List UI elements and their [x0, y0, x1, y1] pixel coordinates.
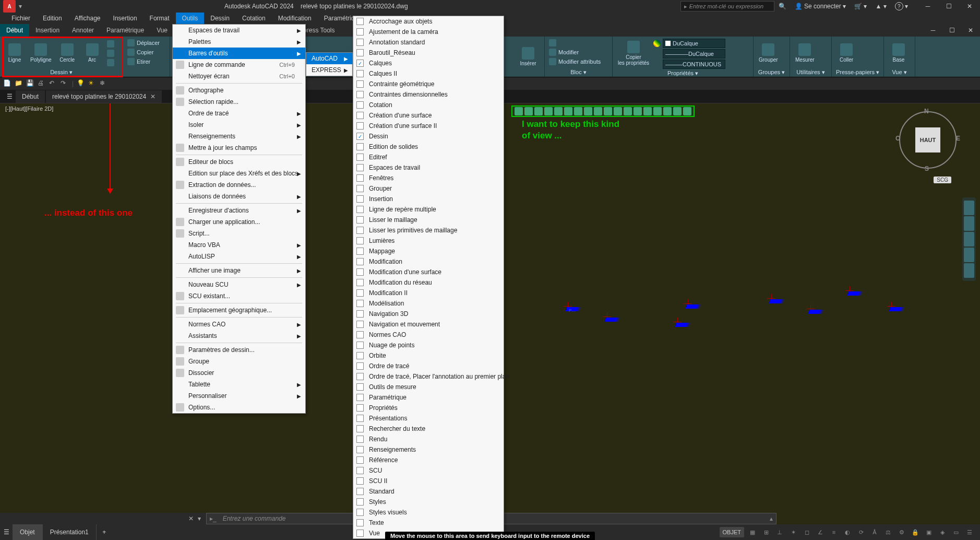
layout-menu-button[interactable]: ☰ — [0, 526, 13, 538]
tool-point-icon[interactable] — [614, 107, 622, 115]
toolbar-toggle-item[interactable]: Cotation — [353, 100, 504, 110]
menu-affichage[interactable]: Affichage — [68, 13, 107, 24]
menu-item[interactable]: Assistants▶ — [173, 330, 305, 342]
toolbar-toggle-item[interactable]: Contrainte géométrique — [353, 79, 504, 89]
toolbar-toggle-item[interactable]: Création d'une surface II — [353, 121, 504, 131]
tool-polyline-icon[interactable] — [524, 107, 533, 115]
menu-item[interactable]: Macro VBA▶ — [173, 239, 305, 251]
status-polar-icon[interactable]: ✶ — [788, 527, 798, 537]
nav-pan-icon[interactable] — [964, 216, 974, 231]
doc-tab-start[interactable]: Début — [16, 90, 45, 103]
toolbar-toggle-item[interactable]: Styles — [353, 497, 504, 507]
toolbar-toggle-item[interactable]: Paramétrique — [353, 392, 504, 403]
status-cycle-icon[interactable]: ⟳ — [856, 527, 866, 537]
status-lock-icon[interactable]: 🔒 — [910, 527, 921, 537]
menu-item[interactable]: Options... — [173, 402, 305, 413]
qa-icon[interactable]: ↶ — [49, 79, 57, 88]
toolbar-toggle-item[interactable]: Mappage — [353, 246, 504, 256]
grouper-button[interactable]: Grouper — [757, 38, 780, 68]
tool-cloud-icon[interactable] — [584, 107, 592, 115]
ribbon-tab-annoter[interactable]: Annoter — [66, 24, 100, 37]
status-lwt-icon[interactable]: ≡ — [829, 527, 839, 537]
menu-item[interactable]: Espaces de travail▶ — [173, 25, 305, 36]
toolbar-toggle-item[interactable]: Ajustement de la caméra — [353, 27, 504, 37]
cercle-button[interactable]: Cercle — [56, 38, 79, 68]
polyligne-button[interactable]: Polyligne — [28, 38, 54, 68]
tool-helix-icon[interactable] — [673, 107, 682, 115]
bloc-create-button[interactable] — [548, 39, 609, 47]
menu-outils[interactable]: Outils — [176, 13, 205, 24]
doc-tab-active[interactable]: relevé topo platines le 290102024✕ — [46, 90, 162, 103]
toolbar-toggle-item[interactable]: Ordre de tracé, Placer l'annotation au p… — [353, 371, 504, 382]
coller-button[interactable]: Coller — [835, 38, 858, 68]
menu-item[interactable]: Personnaliser▶ — [173, 390, 305, 402]
toolbar-toggle-item[interactable]: Navigation 3D — [353, 309, 504, 319]
menu-item[interactable]: Edition sur place des Xréfs et des blocs… — [173, 168, 305, 179]
toolbar-toggle-item[interactable]: Editref — [353, 152, 504, 162]
toolbar-toggle-item[interactable]: Renseignements — [353, 444, 504, 455]
menu-item[interactable]: Sélection rapide... — [173, 96, 305, 108]
menu-modification[interactable]: Modification — [272, 13, 318, 24]
toolbar-toggle-item[interactable]: Modification d'une surface — [353, 267, 504, 277]
maximize-button[interactable]: ☐ — [938, 0, 959, 13]
doc-close-button[interactable]: ✕ — [961, 24, 980, 37]
share-button[interactable]: ▲ ▾ — [871, 0, 890, 13]
toolbar-toggle-item[interactable]: Ligne de repère multiple — [353, 204, 504, 215]
toolbar-toggle-item[interactable]: Accrochage aux objets — [353, 16, 504, 27]
base-button[interactable]: Base — [887, 38, 910, 68]
menu-item[interactable]: Normes CAO▶ — [173, 319, 305, 330]
tool-hatch-icon[interactable] — [594, 107, 602, 115]
toolbar-toggle-item[interactable]: Fenêtres — [353, 173, 504, 183]
close-tab-icon[interactable]: ✕ — [150, 93, 156, 100]
deplacer-button[interactable]: Déplacer — [126, 39, 166, 47]
tool-rect-icon[interactable] — [534, 107, 543, 115]
tool-block-icon[interactable] — [624, 107, 632, 115]
menu-item[interactable]: Afficher une image▶ — [173, 265, 305, 276]
status-grid-icon[interactable]: ▦ — [747, 527, 758, 537]
menu-item[interactable]: Nouveau SCU▶ — [173, 279, 305, 290]
ligne-button[interactable]: Ligne — [3, 38, 26, 68]
color-combo[interactable]: DuCalque — [663, 39, 725, 48]
ribbon-tab-insertion[interactable]: Insertion — [29, 24, 66, 37]
menu-item[interactable]: Renseignements▶ — [173, 131, 305, 142]
viewcube-n[interactable]: N — [924, 108, 929, 115]
status-osnap-icon[interactable]: ◻ — [802, 527, 812, 537]
submenu-item[interactable]: EXPRESS▶ — [306, 64, 352, 76]
tool-text-icon[interactable] — [663, 107, 672, 115]
search-button[interactable]: 🔍 — [774, 0, 791, 13]
menu-item[interactable]: Emplacement géographique... — [173, 304, 305, 316]
add-layout-button[interactable]: + — [97, 529, 112, 536]
qa-icon[interactable]: ↷ — [61, 79, 69, 88]
menu-item[interactable]: Script... — [173, 228, 305, 239]
toolbar-toggle-item[interactable]: ✓Calques — [353, 58, 504, 68]
toolbar-toggle-item[interactable]: Standard — [353, 486, 504, 497]
menu-item[interactable]: Enregistreur d'actions▶ — [173, 205, 305, 216]
toolbar-toggle-item[interactable]: Lisser le maillage — [353, 215, 504, 225]
menu-item[interactable]: Dissocier — [173, 367, 305, 379]
menu-item[interactable]: Extraction de données... — [173, 179, 305, 191]
toolbar-toggle-item[interactable]: Annotation standard — [353, 37, 504, 48]
tool-circle-icon[interactable] — [554, 107, 563, 115]
login-button[interactable]: 👤 Se connecter ▾ — [791, 0, 850, 13]
status-ortho-icon[interactable]: ⊥ — [774, 527, 785, 537]
toolbar-toggle-item[interactable]: Modélisation — [353, 298, 504, 309]
copier-prop-button[interactable]: Copierles propriétés — [616, 38, 651, 69]
toolbar-toggle-item[interactable]: Orbite — [353, 350, 504, 361]
menu-item[interactable]: Orthographe — [173, 85, 305, 96]
mesurer-button[interactable]: Mesurer — [793, 38, 817, 68]
viewcube-e[interactable]: E — [956, 135, 960, 142]
viewcube-s[interactable]: S — [925, 165, 929, 172]
nav-showmotion-icon[interactable] — [964, 263, 974, 278]
menu-insertion[interactable]: Insertion — [107, 13, 144, 24]
toolbar-toggle-item[interactable]: Navigation et mouvement — [353, 319, 504, 330]
qa-icon[interactable]: 📁 — [15, 79, 23, 88]
qat-dropdown-icon[interactable]: ▾ — [19, 3, 22, 10]
submenu-item[interactable]: AutoCAD▶ — [306, 53, 352, 64]
lineweight-combo[interactable]: ———— DuCalque — [663, 49, 725, 58]
toolbar-toggle-item[interactable]: Création d'une surface — [353, 110, 504, 121]
menu-item[interactable]: Charger une application... — [173, 216, 305, 228]
nav-zoom-icon[interactable] — [964, 232, 974, 246]
menu-item[interactable]: Ligne de commandeCtrl+9 — [173, 59, 305, 71]
toolbar-toggle-item[interactable]: Ordre de tracé — [353, 361, 504, 371]
bloc-modattr-button[interactable]: Modifier attributs — [548, 57, 609, 66]
